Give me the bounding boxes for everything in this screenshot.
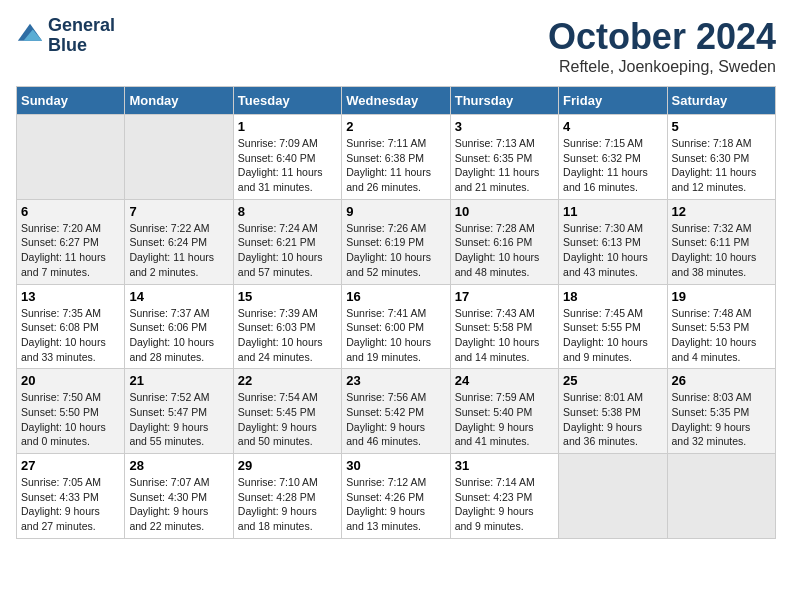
day-info: Sunrise: 7:50 AM Sunset: 5:50 PM Dayligh…	[21, 390, 120, 449]
day-info: Sunrise: 7:41 AM Sunset: 6:00 PM Dayligh…	[346, 306, 445, 365]
day-number: 25	[563, 373, 662, 388]
day-number: 1	[238, 119, 337, 134]
day-cell: 5Sunrise: 7:18 AM Sunset: 6:30 PM Daylig…	[667, 115, 775, 200]
col-header-monday: Monday	[125, 87, 233, 115]
day-info: Sunrise: 7:28 AM Sunset: 6:16 PM Dayligh…	[455, 221, 554, 280]
week-row-5: 27Sunrise: 7:05 AM Sunset: 4:33 PM Dayli…	[17, 454, 776, 539]
day-cell: 29Sunrise: 7:10 AM Sunset: 4:28 PM Dayli…	[233, 454, 341, 539]
day-number: 31	[455, 458, 554, 473]
day-info: Sunrise: 7:14 AM Sunset: 4:23 PM Dayligh…	[455, 475, 554, 534]
logo-line2: Blue	[48, 36, 115, 56]
day-cell: 22Sunrise: 7:54 AM Sunset: 5:45 PM Dayli…	[233, 369, 341, 454]
day-cell: 18Sunrise: 7:45 AM Sunset: 5:55 PM Dayli…	[559, 284, 667, 369]
day-number: 28	[129, 458, 228, 473]
logo-text: General Blue	[48, 16, 115, 56]
day-cell: 27Sunrise: 7:05 AM Sunset: 4:33 PM Dayli…	[17, 454, 125, 539]
day-number: 8	[238, 204, 337, 219]
day-number: 5	[672, 119, 771, 134]
day-info: Sunrise: 7:32 AM Sunset: 6:11 PM Dayligh…	[672, 221, 771, 280]
day-cell: 9Sunrise: 7:26 AM Sunset: 6:19 PM Daylig…	[342, 199, 450, 284]
logo-icon	[16, 22, 44, 50]
day-number: 2	[346, 119, 445, 134]
day-info: Sunrise: 7:11 AM Sunset: 6:38 PM Dayligh…	[346, 136, 445, 195]
day-info: Sunrise: 7:48 AM Sunset: 5:53 PM Dayligh…	[672, 306, 771, 365]
day-number: 11	[563, 204, 662, 219]
day-cell: 8Sunrise: 7:24 AM Sunset: 6:21 PM Daylig…	[233, 199, 341, 284]
day-info: Sunrise: 7:05 AM Sunset: 4:33 PM Dayligh…	[21, 475, 120, 534]
day-number: 13	[21, 289, 120, 304]
day-info: Sunrise: 8:01 AM Sunset: 5:38 PM Dayligh…	[563, 390, 662, 449]
day-info: Sunrise: 7:59 AM Sunset: 5:40 PM Dayligh…	[455, 390, 554, 449]
day-cell: 16Sunrise: 7:41 AM Sunset: 6:00 PM Dayli…	[342, 284, 450, 369]
day-cell: 13Sunrise: 7:35 AM Sunset: 6:08 PM Dayli…	[17, 284, 125, 369]
day-info: Sunrise: 7:56 AM Sunset: 5:42 PM Dayligh…	[346, 390, 445, 449]
day-number: 6	[21, 204, 120, 219]
day-cell	[559, 454, 667, 539]
day-number: 29	[238, 458, 337, 473]
day-info: Sunrise: 7:24 AM Sunset: 6:21 PM Dayligh…	[238, 221, 337, 280]
month-title: October 2024	[548, 16, 776, 58]
day-cell: 15Sunrise: 7:39 AM Sunset: 6:03 PM Dayli…	[233, 284, 341, 369]
day-number: 15	[238, 289, 337, 304]
week-row-4: 20Sunrise: 7:50 AM Sunset: 5:50 PM Dayli…	[17, 369, 776, 454]
day-cell: 4Sunrise: 7:15 AM Sunset: 6:32 PM Daylig…	[559, 115, 667, 200]
day-cell: 1Sunrise: 7:09 AM Sunset: 6:40 PM Daylig…	[233, 115, 341, 200]
day-cell: 28Sunrise: 7:07 AM Sunset: 4:30 PM Dayli…	[125, 454, 233, 539]
day-info: Sunrise: 7:18 AM Sunset: 6:30 PM Dayligh…	[672, 136, 771, 195]
day-cell: 6Sunrise: 7:20 AM Sunset: 6:27 PM Daylig…	[17, 199, 125, 284]
day-cell: 21Sunrise: 7:52 AM Sunset: 5:47 PM Dayli…	[125, 369, 233, 454]
day-cell: 17Sunrise: 7:43 AM Sunset: 5:58 PM Dayli…	[450, 284, 558, 369]
title-block: October 2024 Reftele, Joenkoeping, Swede…	[548, 16, 776, 76]
day-info: Sunrise: 7:13 AM Sunset: 6:35 PM Dayligh…	[455, 136, 554, 195]
day-info: Sunrise: 7:45 AM Sunset: 5:55 PM Dayligh…	[563, 306, 662, 365]
col-header-saturday: Saturday	[667, 87, 775, 115]
day-number: 7	[129, 204, 228, 219]
day-info: Sunrise: 7:52 AM Sunset: 5:47 PM Dayligh…	[129, 390, 228, 449]
location: Reftele, Joenkoeping, Sweden	[548, 58, 776, 76]
day-info: Sunrise: 7:35 AM Sunset: 6:08 PM Dayligh…	[21, 306, 120, 365]
day-cell: 19Sunrise: 7:48 AM Sunset: 5:53 PM Dayli…	[667, 284, 775, 369]
day-cell: 26Sunrise: 8:03 AM Sunset: 5:35 PM Dayli…	[667, 369, 775, 454]
day-cell: 14Sunrise: 7:37 AM Sunset: 6:06 PM Dayli…	[125, 284, 233, 369]
week-row-3: 13Sunrise: 7:35 AM Sunset: 6:08 PM Dayli…	[17, 284, 776, 369]
day-info: Sunrise: 7:20 AM Sunset: 6:27 PM Dayligh…	[21, 221, 120, 280]
day-cell: 3Sunrise: 7:13 AM Sunset: 6:35 PM Daylig…	[450, 115, 558, 200]
day-cell	[125, 115, 233, 200]
day-cell: 11Sunrise: 7:30 AM Sunset: 6:13 PM Dayli…	[559, 199, 667, 284]
day-number: 23	[346, 373, 445, 388]
logo-line1: General	[48, 16, 115, 36]
day-info: Sunrise: 7:22 AM Sunset: 6:24 PM Dayligh…	[129, 221, 228, 280]
day-number: 30	[346, 458, 445, 473]
day-number: 21	[129, 373, 228, 388]
col-header-friday: Friday	[559, 87, 667, 115]
day-number: 26	[672, 373, 771, 388]
day-cell: 7Sunrise: 7:22 AM Sunset: 6:24 PM Daylig…	[125, 199, 233, 284]
day-cell: 25Sunrise: 8:01 AM Sunset: 5:38 PM Dayli…	[559, 369, 667, 454]
day-info: Sunrise: 7:37 AM Sunset: 6:06 PM Dayligh…	[129, 306, 228, 365]
col-header-tuesday: Tuesday	[233, 87, 341, 115]
day-cell: 31Sunrise: 7:14 AM Sunset: 4:23 PM Dayli…	[450, 454, 558, 539]
day-number: 17	[455, 289, 554, 304]
day-info: Sunrise: 8:03 AM Sunset: 5:35 PM Dayligh…	[672, 390, 771, 449]
week-row-1: 1Sunrise: 7:09 AM Sunset: 6:40 PM Daylig…	[17, 115, 776, 200]
calendar-table: SundayMondayTuesdayWednesdayThursdayFrid…	[16, 86, 776, 539]
day-number: 3	[455, 119, 554, 134]
day-info: Sunrise: 7:39 AM Sunset: 6:03 PM Dayligh…	[238, 306, 337, 365]
day-info: Sunrise: 7:30 AM Sunset: 6:13 PM Dayligh…	[563, 221, 662, 280]
day-info: Sunrise: 7:09 AM Sunset: 6:40 PM Dayligh…	[238, 136, 337, 195]
day-cell: 12Sunrise: 7:32 AM Sunset: 6:11 PM Dayli…	[667, 199, 775, 284]
col-header-sunday: Sunday	[17, 87, 125, 115]
day-number: 12	[672, 204, 771, 219]
day-info: Sunrise: 7:12 AM Sunset: 4:26 PM Dayligh…	[346, 475, 445, 534]
day-number: 16	[346, 289, 445, 304]
day-number: 14	[129, 289, 228, 304]
day-cell: 24Sunrise: 7:59 AM Sunset: 5:40 PM Dayli…	[450, 369, 558, 454]
page-header: General Blue October 2024 Reftele, Joenk…	[16, 16, 776, 76]
week-row-2: 6Sunrise: 7:20 AM Sunset: 6:27 PM Daylig…	[17, 199, 776, 284]
day-number: 4	[563, 119, 662, 134]
logo: General Blue	[16, 16, 115, 56]
day-cell	[667, 454, 775, 539]
day-cell: 2Sunrise: 7:11 AM Sunset: 6:38 PM Daylig…	[342, 115, 450, 200]
day-number: 22	[238, 373, 337, 388]
day-info: Sunrise: 7:26 AM Sunset: 6:19 PM Dayligh…	[346, 221, 445, 280]
